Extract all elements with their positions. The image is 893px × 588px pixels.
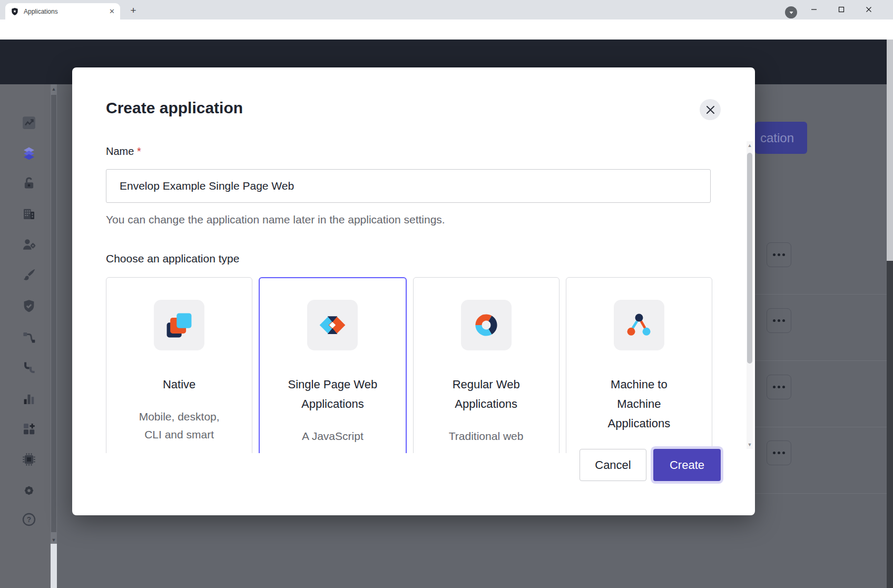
required-asterisk: *	[137, 145, 141, 157]
card-description: Mobile, desktop, CLI and smart	[126, 408, 232, 444]
modal-scroll-up-icon[interactable]: ▲	[747, 142, 753, 149]
create-application-button-cut: cation	[755, 122, 807, 154]
monitoring-bars-icon	[21, 391, 37, 407]
user-management-icon	[21, 237, 37, 252]
row-menu-button	[767, 308, 791, 333]
layers-applications-icon	[21, 145, 37, 161]
branding-brush-icon	[21, 267, 37, 283]
scroll-down-icon: ▼	[51, 536, 57, 544]
row-menu-button	[767, 440, 791, 465]
svg-text:?: ?	[27, 516, 31, 524]
marketplace-icon	[21, 421, 37, 437]
m2m-icon-tile	[614, 300, 664, 350]
modal-scroll-down-icon[interactable]: ▼	[747, 441, 753, 448]
modal-title: Create application	[106, 99, 243, 117]
activity-icon	[21, 115, 37, 131]
create-button[interactable]: Create	[653, 449, 721, 481]
create-application-modal: Create application Name * You can change…	[72, 67, 755, 515]
sidebar-scrollbar-thumb	[51, 95, 56, 532]
browser-toolbar: manage.auth0.com/dashboard/eu/dream-watc…	[0, 19, 893, 40]
card-title: Single Page Web Applications	[282, 375, 382, 414]
help-icon: ?	[21, 512, 37, 527]
application-type-cards: Native Mobile, desktop, CLI and smart Si…	[106, 277, 712, 453]
name-label: Name *	[106, 145, 141, 158]
app-type-card-spa[interactable]: Single Page Web Applications A JavaScrip…	[259, 277, 406, 453]
sidebar: ?	[0, 84, 51, 588]
modal-scrollbar-thumb[interactable]	[747, 153, 752, 364]
native-icon-tile	[154, 300, 204, 350]
application-type-label: Choose an application type	[106, 252, 239, 265]
extensions-chip-icon	[21, 452, 37, 467]
row-menu-button	[767, 375, 791, 399]
unlock-authentication-icon	[21, 175, 37, 191]
browser-tab-strip: Applications ✕ +	[0, 0, 893, 19]
spa-diamonds-icon	[317, 309, 348, 341]
scroll-up-icon: ▲	[51, 85, 57, 93]
actions-flow-icon	[21, 330, 37, 346]
auth-pipeline-icon	[21, 360, 37, 376]
page-scrollbar-thumb[interactable]	[887, 40, 893, 261]
settings-gear-icon	[21, 483, 37, 498]
new-tab-button[interactable]: +	[126, 4, 140, 17]
modal-close-button[interactable]	[700, 99, 721, 120]
m2m-network-icon	[623, 309, 655, 341]
regular-web-donut-icon	[470, 309, 502, 341]
chrome-update-indicator-icon[interactable]	[785, 6, 797, 18]
name-help-text: You can change the application name late…	[106, 213, 445, 226]
regular-web-icon-tile	[461, 300, 512, 350]
screen: Applications ✕ + manage.auth0.com/dashbo…	[0, 0, 893, 588]
tab-title: Applications	[24, 8, 104, 15]
tab-close-icon[interactable]: ✕	[109, 8, 115, 15]
card-description: A JavaScript	[280, 427, 385, 445]
auth0-favicon-icon	[11, 7, 19, 16]
card-description: Traditional web	[434, 427, 539, 445]
spa-icon-tile	[307, 300, 358, 350]
row-menu-button	[767, 242, 791, 267]
browser-tab[interactable]: Applications ✕	[5, 3, 120, 19]
window-close-button[interactable]	[860, 2, 878, 17]
app-type-card-regular-web[interactable]: Regular Web Applications Traditional web	[413, 277, 560, 453]
window-minimize-button[interactable]	[805, 2, 823, 17]
card-title: Native	[129, 375, 229, 394]
app-type-card-m2m[interactable]: Machine to Machine Applications	[566, 277, 712, 453]
security-shield-icon	[21, 298, 37, 314]
organizations-icon	[21, 206, 37, 222]
application-name-input[interactable]	[106, 169, 711, 203]
native-stack-icon	[163, 309, 195, 341]
card-title: Regular Web Applications	[436, 375, 536, 414]
cancel-button[interactable]: Cancel	[580, 449, 646, 481]
app-type-card-native[interactable]: Native Mobile, desktop, CLI and smart	[106, 277, 252, 453]
card-title: Machine to Machine Applications	[589, 375, 689, 433]
close-icon	[706, 105, 715, 114]
window-maximize-button[interactable]	[832, 2, 850, 17]
